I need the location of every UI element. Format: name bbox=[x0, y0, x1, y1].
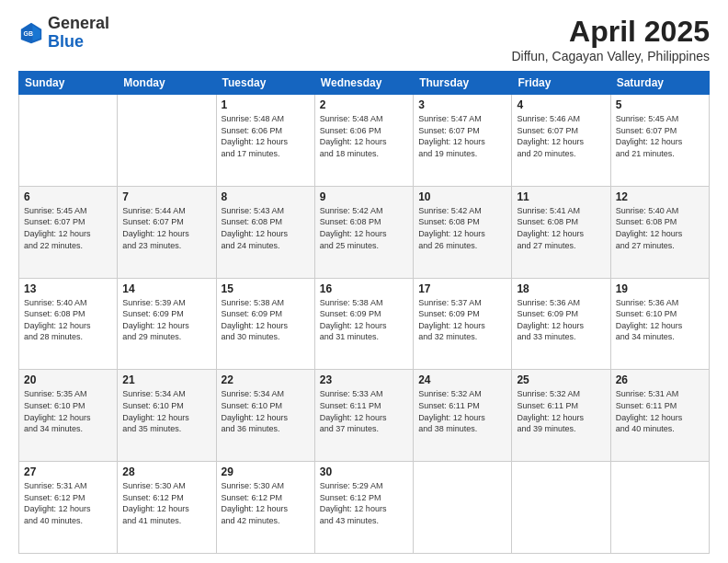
calendar-cell: 26Sunrise: 5:31 AMSunset: 6:11 PMDayligh… bbox=[610, 370, 709, 462]
calendar-cell: 20Sunrise: 5:35 AMSunset: 6:10 PMDayligh… bbox=[19, 370, 118, 462]
day-number: 21 bbox=[122, 373, 210, 386]
day-number: 27 bbox=[24, 465, 112, 478]
calendar-cell bbox=[118, 95, 216, 187]
calendar-cell: 2Sunrise: 5:48 AMSunset: 6:06 PMDaylight… bbox=[314, 95, 413, 187]
day-detail: Sunrise: 5:36 AMSunset: 6:10 PMDaylight:… bbox=[616, 297, 704, 343]
calendar-cell: 9Sunrise: 5:42 AMSunset: 6:08 PMDaylight… bbox=[314, 186, 413, 278]
calendar-cell: 7Sunrise: 5:44 AMSunset: 6:07 PMDaylight… bbox=[118, 186, 216, 278]
header-sunday: Sunday bbox=[19, 72, 118, 95]
header-thursday: Thursday bbox=[414, 72, 512, 95]
day-detail: Sunrise: 5:48 AMSunset: 6:06 PMDaylight:… bbox=[222, 113, 310, 159]
day-number: 6 bbox=[24, 190, 112, 203]
day-detail: Sunrise: 5:35 AMSunset: 6:10 PMDaylight:… bbox=[24, 388, 112, 434]
month-title: April 2025 bbox=[511, 15, 710, 49]
calendar-cell: 5Sunrise: 5:45 AMSunset: 6:07 PMDaylight… bbox=[610, 95, 709, 187]
calendar-cell bbox=[512, 462, 610, 554]
calendar-cell: 11Sunrise: 5:41 AMSunset: 6:08 PMDayligh… bbox=[512, 186, 610, 278]
day-number: 15 bbox=[222, 282, 310, 295]
day-number: 5 bbox=[616, 98, 704, 111]
day-number: 29 bbox=[222, 465, 310, 478]
header: GB General Blue April 2025 Diffun, Cagay… bbox=[18, 15, 710, 63]
calendar-cell: 21Sunrise: 5:34 AMSunset: 6:10 PMDayligh… bbox=[118, 370, 216, 462]
day-number: 18 bbox=[517, 282, 605, 295]
calendar-cell: 12Sunrise: 5:40 AMSunset: 6:08 PMDayligh… bbox=[610, 186, 709, 278]
day-number: 8 bbox=[222, 190, 310, 203]
header-monday: Monday bbox=[118, 72, 216, 95]
header-saturday: Saturday bbox=[610, 72, 709, 95]
day-number: 4 bbox=[517, 98, 605, 111]
day-number: 19 bbox=[616, 282, 704, 295]
day-detail: Sunrise: 5:42 AMSunset: 6:08 PMDaylight:… bbox=[418, 205, 506, 251]
calendar-cell bbox=[414, 462, 512, 554]
day-number: 30 bbox=[320, 465, 408, 478]
day-detail: Sunrise: 5:42 AMSunset: 6:08 PMDaylight:… bbox=[320, 205, 408, 251]
day-number: 3 bbox=[418, 98, 506, 111]
header-friday: Friday bbox=[512, 72, 610, 95]
day-detail: Sunrise: 5:44 AMSunset: 6:07 PMDaylight:… bbox=[122, 205, 210, 251]
day-detail: Sunrise: 5:30 AMSunset: 6:12 PMDaylight:… bbox=[122, 480, 210, 526]
day-detail: Sunrise: 5:31 AMSunset: 6:11 PMDaylight:… bbox=[616, 388, 704, 434]
calendar-cell: 17Sunrise: 5:37 AMSunset: 6:09 PMDayligh… bbox=[414, 278, 512, 370]
day-detail: Sunrise: 5:38 AMSunset: 6:09 PMDaylight:… bbox=[222, 297, 310, 343]
calendar-week-row: 6Sunrise: 5:45 AMSunset: 6:07 PMDaylight… bbox=[19, 186, 710, 278]
calendar-cell bbox=[19, 95, 118, 187]
day-detail: Sunrise: 5:40 AMSunset: 6:08 PMDaylight:… bbox=[24, 297, 112, 343]
calendar-week-row: 13Sunrise: 5:40 AMSunset: 6:08 PMDayligh… bbox=[19, 278, 710, 370]
calendar-cell: 15Sunrise: 5:38 AMSunset: 6:09 PMDayligh… bbox=[216, 278, 314, 370]
day-number: 22 bbox=[222, 373, 310, 386]
calendar-cell: 1Sunrise: 5:48 AMSunset: 6:06 PMDaylight… bbox=[216, 95, 314, 187]
title-block: April 2025 Diffun, Cagayan Valley, Phili… bbox=[511, 15, 710, 63]
day-detail: Sunrise: 5:41 AMSunset: 6:08 PMDaylight:… bbox=[517, 205, 605, 251]
day-detail: Sunrise: 5:45 AMSunset: 6:07 PMDaylight:… bbox=[24, 205, 112, 251]
calendar-cell: 30Sunrise: 5:29 AMSunset: 6:12 PMDayligh… bbox=[314, 462, 413, 554]
calendar-header-row: Sunday Monday Tuesday Wednesday Thursday… bbox=[19, 72, 710, 95]
day-number: 2 bbox=[320, 98, 408, 111]
calendar-week-row: 1Sunrise: 5:48 AMSunset: 6:06 PMDaylight… bbox=[19, 95, 710, 187]
day-detail: Sunrise: 5:33 AMSunset: 6:11 PMDaylight:… bbox=[320, 388, 408, 434]
logo-blue: Blue bbox=[48, 32, 84, 51]
calendar-week-row: 27Sunrise: 5:31 AMSunset: 6:12 PMDayligh… bbox=[19, 462, 710, 554]
day-detail: Sunrise: 5:36 AMSunset: 6:09 PMDaylight:… bbox=[517, 297, 605, 343]
day-number: 12 bbox=[616, 190, 704, 203]
day-number: 23 bbox=[320, 373, 408, 386]
calendar-cell: 13Sunrise: 5:40 AMSunset: 6:08 PMDayligh… bbox=[19, 278, 118, 370]
day-detail: Sunrise: 5:39 AMSunset: 6:09 PMDaylight:… bbox=[122, 297, 210, 343]
calendar-cell: 14Sunrise: 5:39 AMSunset: 6:09 PMDayligh… bbox=[118, 278, 216, 370]
day-number: 24 bbox=[418, 373, 506, 386]
calendar-cell: 27Sunrise: 5:31 AMSunset: 6:12 PMDayligh… bbox=[19, 462, 118, 554]
day-number: 28 bbox=[122, 465, 210, 478]
calendar-cell: 22Sunrise: 5:34 AMSunset: 6:10 PMDayligh… bbox=[216, 370, 314, 462]
svg-text:GB: GB bbox=[24, 30, 33, 37]
day-number: 7 bbox=[122, 190, 210, 203]
day-number: 17 bbox=[418, 282, 506, 295]
calendar-cell: 16Sunrise: 5:38 AMSunset: 6:09 PMDayligh… bbox=[314, 278, 413, 370]
day-number: 10 bbox=[418, 190, 506, 203]
day-number: 13 bbox=[24, 282, 112, 295]
calendar-week-row: 20Sunrise: 5:35 AMSunset: 6:10 PMDayligh… bbox=[19, 370, 710, 462]
calendar-cell: 4Sunrise: 5:46 AMSunset: 6:07 PMDaylight… bbox=[512, 95, 610, 187]
day-detail: Sunrise: 5:32 AMSunset: 6:11 PMDaylight:… bbox=[418, 388, 506, 434]
day-number: 16 bbox=[320, 282, 408, 295]
day-detail: Sunrise: 5:34 AMSunset: 6:10 PMDaylight:… bbox=[222, 388, 310, 434]
calendar-table: Sunday Monday Tuesday Wednesday Thursday… bbox=[18, 71, 710, 554]
day-detail: Sunrise: 5:34 AMSunset: 6:10 PMDaylight:… bbox=[122, 388, 210, 434]
page: GB General Blue April 2025 Diffun, Cagay… bbox=[0, 0, 728, 563]
header-wednesday: Wednesday bbox=[314, 72, 413, 95]
calendar-cell bbox=[610, 462, 709, 554]
day-detail: Sunrise: 5:31 AMSunset: 6:12 PMDaylight:… bbox=[24, 480, 112, 526]
day-number: 14 bbox=[122, 282, 210, 295]
calendar-cell: 10Sunrise: 5:42 AMSunset: 6:08 PMDayligh… bbox=[414, 186, 512, 278]
day-detail: Sunrise: 5:37 AMSunset: 6:09 PMDaylight:… bbox=[418, 297, 506, 343]
day-detail: Sunrise: 5:32 AMSunset: 6:11 PMDaylight:… bbox=[517, 388, 605, 434]
calendar-cell: 3Sunrise: 5:47 AMSunset: 6:07 PMDaylight… bbox=[414, 95, 512, 187]
day-number: 9 bbox=[320, 190, 408, 203]
day-number: 25 bbox=[517, 373, 605, 386]
day-detail: Sunrise: 5:45 AMSunset: 6:07 PMDaylight:… bbox=[616, 113, 704, 159]
day-detail: Sunrise: 5:43 AMSunset: 6:08 PMDaylight:… bbox=[222, 205, 310, 251]
day-number: 20 bbox=[24, 373, 112, 386]
logo-text: General Blue bbox=[48, 15, 109, 52]
calendar-cell: 19Sunrise: 5:36 AMSunset: 6:10 PMDayligh… bbox=[610, 278, 709, 370]
header-tuesday: Tuesday bbox=[216, 72, 314, 95]
day-detail: Sunrise: 5:38 AMSunset: 6:09 PMDaylight:… bbox=[320, 297, 408, 343]
day-detail: Sunrise: 5:40 AMSunset: 6:08 PMDaylight:… bbox=[616, 205, 704, 251]
